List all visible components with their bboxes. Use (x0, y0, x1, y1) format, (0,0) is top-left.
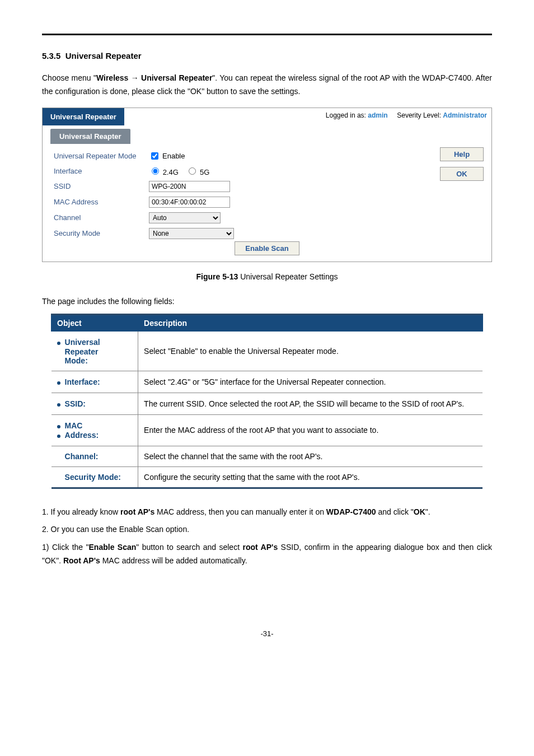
note-3: 1) Click the "Enable Scan" button to sea… (42, 541, 492, 568)
obj-text: Repeater (57, 347, 133, 356)
section-title: Universal Repeater (65, 51, 142, 60)
security-select[interactable]: None (149, 228, 234, 239)
table-row: Interface: Select "2.4G" or "5G" interfa… (51, 371, 483, 393)
text: ". (425, 507, 430, 516)
fields-intro: The page includes the following fields: (42, 297, 492, 306)
table-row: Security Mode: Configure the security se… (51, 466, 483, 488)
radio-24g[interactable] (152, 167, 159, 175)
intro-menu-path: Wireless → Universal Repeater (96, 73, 212, 82)
desc-cell: The current SSID. Once selected the root… (138, 393, 483, 414)
help-button[interactable]: Help (440, 147, 484, 161)
col-header-description: Description (138, 314, 483, 331)
obj-text: Interface: (65, 377, 100, 386)
ssid-input[interactable] (149, 181, 230, 192)
security-label: Security Mode (54, 229, 149, 237)
section-heading: 5.3.5 Universal Repeater (42, 51, 492, 60)
text-bold: root AP's (120, 507, 154, 516)
logged-in-user: admin (368, 111, 387, 119)
severity-label: Severity Level: (397, 111, 443, 119)
text: and click " (376, 507, 414, 516)
ssid-label: SSID (54, 182, 149, 190)
form-area: Help OK Universal Repeater Mode Enable I… (43, 144, 491, 262)
desc-cell: Select "2.4G" or "5G" interface for the … (138, 371, 483, 393)
ok-button[interactable]: OK (440, 167, 484, 181)
mode-label: Universal Repeater Mode (54, 152, 149, 160)
settings-screenshot: Universal Repeater Logged in as: admin S… (42, 108, 492, 262)
bullet-icon (57, 342, 60, 345)
table-row: Universal Repeater Mode: Select "Enable"… (51, 331, 483, 371)
severity-value: Administrator (443, 111, 487, 119)
fields-table: Object Description Universal Repeater Mo… (51, 314, 483, 489)
obj-text: SSID: (65, 399, 86, 408)
tab-strip: Universal Reapter (50, 129, 484, 144)
figure-title: Universal Repeater Settings (238, 272, 338, 281)
intro-text: Choose menu " (42, 73, 96, 82)
text-bold: WDAP-C7400 (326, 507, 376, 516)
text: MAC address, then you can manually enter… (154, 507, 326, 516)
figure-number: Figure 5-13 (196, 272, 238, 281)
text-bold: OK (414, 507, 425, 516)
desc-cell: Configure the security setting that the … (138, 466, 483, 488)
obj-text: Universal (65, 338, 100, 347)
table-row: Channel: Select the channel that the sam… (51, 446, 483, 466)
enable-checkbox-label: Enable (162, 152, 185, 160)
radio-5g-wrap[interactable]: 5G (186, 168, 209, 176)
login-info-bar: Logged in as: admin Severity Level: Admi… (124, 108, 491, 123)
enable-checkbox[interactable] (151, 152, 158, 160)
note-2: 2. Or you can use the Enable Scan option… (42, 523, 492, 536)
bullet-icon (57, 381, 60, 385)
obj-text: Address: (65, 431, 99, 440)
intro-paragraph: Choose menu "Wireless → Universal Repeat… (42, 72, 492, 99)
obj-cell: Security Mode: (51, 466, 138, 488)
logged-in-label: Logged in as: (326, 111, 368, 119)
text-bold: Enable Scan (89, 543, 137, 552)
panel-titlebar: Universal Repeater (43, 108, 124, 125)
panel-title: Universal Repeater (50, 113, 116, 121)
text: MAC address will be added automatically. (100, 556, 247, 565)
desc-cell: Select "Enable" to enable the Universal … (138, 331, 483, 371)
channel-label: Channel (54, 213, 149, 222)
text: " button to search and select (136, 543, 242, 552)
obj-text: Mode: (57, 356, 133, 365)
note-1: 1. If you already know root AP's MAC add… (42, 506, 492, 519)
table-row: SSID: The current SSID. Once selected th… (51, 393, 483, 414)
radio-24g-wrap[interactable]: 2.4G (149, 168, 179, 176)
obj-text: MAC (65, 421, 83, 430)
figure-caption: Figure 5-13 Universal Repeater Settings (42, 272, 492, 281)
tab-universal-repeater[interactable]: Universal Reapter (50, 129, 130, 144)
mac-input[interactable] (149, 197, 230, 208)
bullet-icon (57, 403, 60, 407)
enable-scan-button[interactable]: Enable Scan (235, 241, 299, 255)
col-header-object: Object (51, 314, 138, 331)
section-number: 5.3.5 (42, 51, 60, 60)
radio-5g[interactable] (189, 167, 196, 175)
interface-label: Interface (54, 167, 149, 175)
table-row: MAC Address: Enter the MAC address of th… (51, 414, 483, 446)
bullet-icon (57, 435, 60, 438)
page-top-rule (42, 34, 492, 35)
desc-cell: Select the channel that the same with th… (138, 446, 483, 466)
radio-5g-label: 5G (200, 168, 209, 176)
desc-cell: Enter the MAC address of the root AP tha… (138, 414, 483, 446)
text: 1) Click the " (42, 543, 89, 552)
bullet-icon (57, 425, 60, 428)
page-number: -31- (42, 629, 492, 638)
radio-24g-label: 2.4G (163, 168, 179, 176)
obj-cell: Channel: (51, 446, 138, 466)
mac-label: MAC Address (54, 198, 149, 206)
text-bold: Root AP's (63, 556, 100, 565)
channel-select[interactable]: Auto (149, 212, 221, 223)
text: 1. If you already know (42, 507, 120, 516)
text-bold: root AP's (242, 543, 278, 552)
